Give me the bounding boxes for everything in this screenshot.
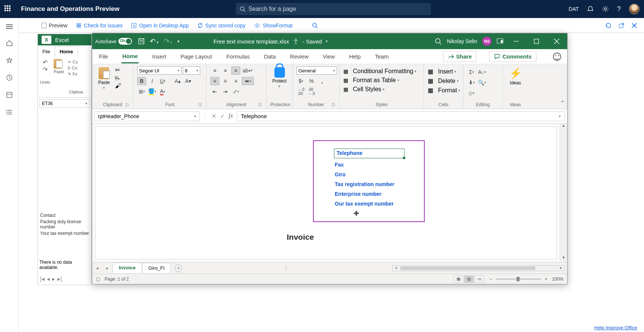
merge-icon[interactable]: ⬌▾: [242, 77, 254, 85]
bg-namebox[interactable]: ET36▾: [39, 99, 90, 108]
grow-font-icon[interactable]: A▴: [173, 77, 182, 85]
horizontal-scrollbar[interactable]: ◂ ▸: [392, 265, 565, 271]
delete-cells-button[interactable]: ▦ Delete ▾: [428, 77, 459, 84]
redo-icon[interactable]: ↷ ▾: [164, 37, 172, 45]
field-giro[interactable]: Giro: [335, 170, 394, 179]
tab-file[interactable]: File: [98, 50, 109, 63]
zoom-level[interactable]: 100%: [552, 276, 563, 282]
insert-cells-button[interactable]: ▦ Insert ▾: [428, 68, 456, 75]
active-cell[interactable]: Telephone: [334, 149, 404, 158]
decrease-decimal-icon[interactable]: .00→.0: [307, 87, 316, 96]
fx-icon[interactable]: fx: [229, 113, 233, 120]
protect-button[interactable]: Protect ▾: [270, 66, 289, 89]
find-select-icon[interactable]: 🔍▾: [478, 78, 487, 87]
field-our-tax[interactable]: Our tax exempt number: [335, 199, 394, 209]
format-painter-icon[interactable]: 🖌: [115, 83, 121, 89]
modules-list-icon[interactable]: [6, 109, 13, 116]
share-button[interactable]: Share: [443, 51, 477, 62]
present-mode-icon[interactable]: [497, 38, 503, 44]
close-icon[interactable]: [631, 22, 637, 29]
tab-review[interactable]: Review: [289, 50, 309, 63]
worksheet-canvas[interactable]: Telephone Fax Giro Tax registration numb…: [95, 126, 557, 259]
recent-clock-icon[interactable]: [6, 74, 13, 81]
underline-button[interactable]: U▾: [158, 77, 167, 85]
field-enterprise[interactable]: Enterprise number: [335, 189, 394, 199]
zoom-out-button[interactable]: −: [490, 276, 492, 282]
filename-dropdown-icon[interactable]: ▾: [326, 39, 328, 43]
scroll-down-icon[interactable]: ▼: [560, 255, 567, 262]
tab-team[interactable]: Team: [374, 50, 389, 63]
minimize-button[interactable]: [509, 33, 524, 49]
undo-icon[interactable]: ↶ ▾: [150, 37, 159, 45]
number-launcher-icon[interactable]: ◲: [331, 102, 335, 107]
wrap-text-icon[interactable]: ab↵: [242, 66, 254, 75]
save-icon[interactable]: [138, 38, 145, 45]
refresh-icon[interactable]: [605, 22, 612, 29]
field-tax-reg[interactable]: Tax registration number: [335, 179, 394, 189]
company-code[interactable]: DAT: [569, 6, 579, 12]
sync-button[interactable]: Sync stored copy: [197, 23, 246, 29]
bg-nav-prev[interactable]: ◂: [47, 275, 50, 282]
expand-formula-icon[interactable]: ▾: [559, 114, 561, 118]
settings-gear-icon[interactable]: [602, 6, 609, 12]
maximize-button[interactable]: [529, 33, 544, 49]
cancel-formula-icon[interactable]: ✕: [211, 113, 216, 120]
tab-view[interactable]: View: [322, 50, 335, 63]
zoom-in-button[interactable]: +: [545, 276, 547, 282]
sort-filter-icon[interactable]: A↓▾: [478, 68, 487, 76]
action-search-icon[interactable]: [312, 23, 318, 29]
add-sheet-button[interactable]: +: [175, 264, 182, 272]
feedback-smiley-icon[interactable]: [553, 53, 561, 61]
align-center-icon[interactable]: ≡: [221, 77, 230, 85]
clipboard-launcher-icon[interactable]: ◲: [125, 102, 129, 107]
namebox[interactable]: rptHeader_Phone▾: [94, 111, 199, 121]
decrease-indent-icon[interactable]: ⇤: [210, 87, 219, 96]
formula-bar[interactable]: Telephone▾: [237, 111, 565, 121]
workspaces-icon[interactable]: [6, 92, 13, 98]
bg-paste-icon[interactable]: [54, 59, 62, 69]
clear-icon[interactable]: ◇▾: [467, 89, 476, 97]
cut-icon[interactable]: ✂: [115, 66, 121, 74]
tab-data[interactable]: Data: [263, 50, 277, 63]
orientation-icon[interactable]: ⤢▾: [231, 87, 240, 96]
align-left-icon[interactable]: ≡: [210, 77, 219, 85]
user-avatar[interactable]: [629, 4, 640, 14]
bg-nav-last[interactable]: ▸|: [57, 275, 62, 282]
borders-icon[interactable]: ⊞▾: [137, 87, 146, 96]
bg-nav-next[interactable]: ▸: [52, 275, 55, 282]
check-issues-button[interactable]: Check for issues: [76, 23, 123, 29]
align-bottom-icon[interactable]: ≡: [231, 66, 240, 75]
collapse-ribbon-icon[interactable]: ⌃: [560, 99, 565, 107]
autosum-icon[interactable]: Σ▾: [467, 68, 476, 76]
favorites-star-icon[interactable]: [6, 57, 13, 64]
align-middle-icon[interactable]: ≡: [221, 66, 230, 75]
global-search[interactable]: Search for a page: [236, 3, 431, 15]
font-color-icon[interactable]: A▾: [158, 87, 167, 96]
bg-nav-first[interactable]: |◂: [40, 275, 45, 282]
bg-file-tab[interactable]: File: [38, 47, 55, 57]
help-icon[interactable]: ?: [617, 5, 621, 13]
title-search-icon[interactable]: [435, 38, 442, 45]
home-icon[interactable]: [6, 40, 13, 47]
comments-button[interactable]: Comments: [489, 51, 536, 62]
show-format-button[interactable]: ShowFormat: [254, 23, 292, 29]
fill-icon[interactable]: ⬇▾: [467, 78, 476, 87]
fill-color-icon[interactable]: 🪣▾: [148, 87, 157, 96]
alignment-launcher-icon[interactable]: ◲: [258, 102, 262, 107]
comma-icon[interactable]: ,: [318, 77, 326, 85]
font-launcher-icon[interactable]: ◲: [198, 102, 202, 107]
scroll-up-icon[interactable]: ▲: [560, 123, 567, 130]
ideas-button[interactable]: ⚡ Ideas: [507, 66, 524, 86]
page-layout-view-icon[interactable]: ▥: [464, 275, 474, 283]
align-top-icon[interactable]: ≡: [210, 66, 219, 75]
user-badge[interactable]: NS: [482, 37, 491, 46]
tab-formulas[interactable]: Formulas: [226, 50, 251, 63]
italic-button[interactable]: I: [148, 77, 157, 85]
sheet-tab-giro[interactable]: Giro_FI: [142, 263, 171, 273]
open-desktop-button[interactable]: Open in Desktop App: [131, 23, 189, 29]
paste-button[interactable]: Paste ▾: [96, 66, 112, 90]
bold-button[interactable]: B: [137, 77, 146, 85]
font-name-selector[interactable]: Segoe UI▾: [137, 66, 181, 75]
tab-insert[interactable]: Insert: [151, 50, 167, 63]
number-format-selector[interactable]: General▾: [297, 66, 337, 75]
